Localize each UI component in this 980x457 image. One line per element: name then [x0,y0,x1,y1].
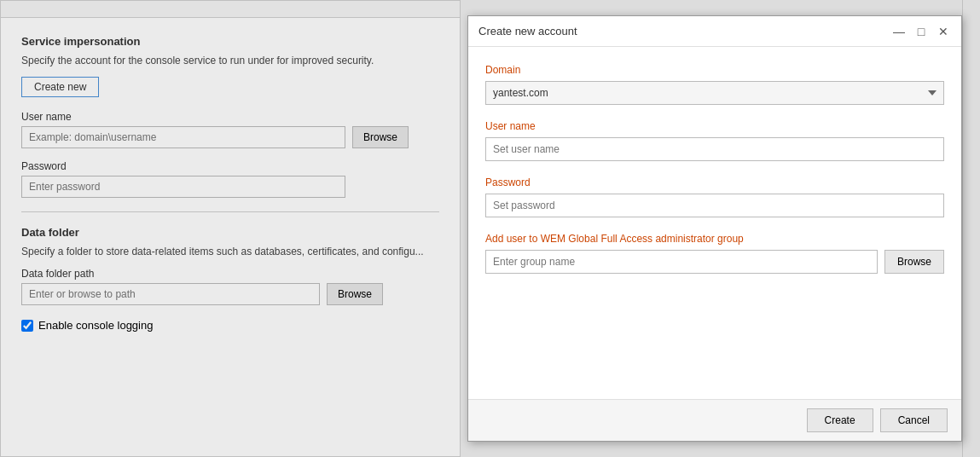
modal-password-input[interactable] [485,194,944,217]
modal-password-field-group: Password [485,176,944,217]
group-field-group: Add user to WEM Global Full Access admin… [485,233,944,274]
user-name-field-group: User name [485,120,944,161]
modal-title: Create new account [478,25,577,38]
group-label: Add user to WEM Global Full Access admin… [485,233,944,245]
modal-body: Domain yantest.com User name Password Ad… [468,47,961,399]
modal-password-label: Password [485,176,944,188]
group-row: Browse [485,250,944,274]
minimize-button[interactable]: — [891,24,907,39]
close-button[interactable]: ✕ [936,24,951,39]
cancel-button[interactable]: Cancel [880,408,948,432]
modal-controls: — □ ✕ [891,24,951,39]
domain-label: Domain [485,64,944,76]
modal-titlebar: Create new account — □ ✕ [468,16,961,47]
group-input[interactable] [485,250,878,274]
create-button[interactable]: Create [807,408,873,432]
group-browse-button[interactable]: Browse [884,250,944,274]
modal-user-name-label: User name [485,120,944,132]
modal-footer: Create Cancel [468,399,961,441]
domain-field-group: Domain yantest.com [485,64,944,105]
modal-user-name-input[interactable] [485,137,944,161]
domain-select[interactable]: yantest.com [485,81,944,105]
create-account-dialog: Create new account — □ ✕ Domain yantest.… [467,15,962,442]
maximize-button[interactable]: □ [913,24,929,39]
